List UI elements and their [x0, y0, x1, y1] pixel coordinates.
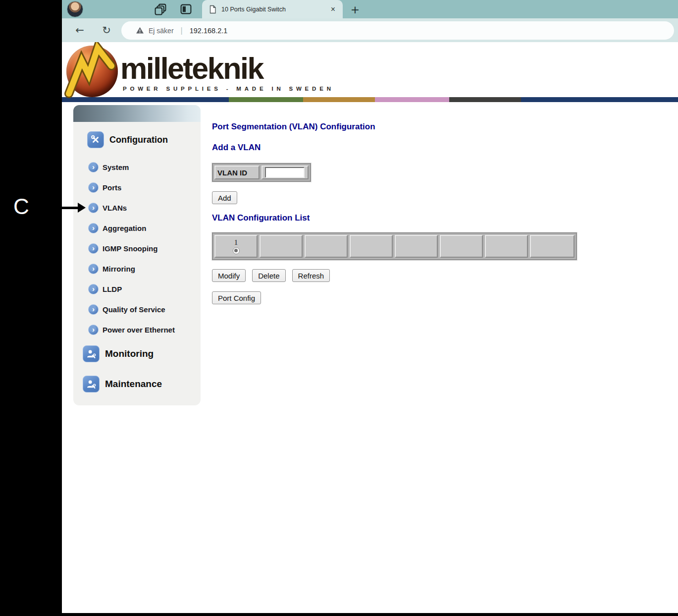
stripe-segment	[229, 97, 303, 102]
browser-tab[interactable]: 10 Ports Gigabit Switch ×	[202, 0, 343, 18]
chevron-right-icon: ›	[88, 264, 99, 274]
vlan-list-empty-cell	[395, 235, 438, 258]
sidebar-section-maintenance[interactable]: Maintenance	[83, 376, 162, 392]
annotation-black-band	[0, 0, 62, 616]
sidebar-item-label: Mirroring	[103, 265, 135, 273]
url-text[interactable]: 192.168.2.1	[190, 27, 228, 35]
chevron-right-icon: ›	[88, 162, 99, 172]
new-tab-icon[interactable]: +	[348, 2, 362, 16]
sidebar-section-label: Monitoring	[105, 348, 154, 359]
tab-close-icon[interactable]: ×	[329, 5, 337, 14]
delete-button[interactable]: Delete	[252, 269, 285, 282]
sidebar-item-mirroring[interactable]: › Mirroring	[88, 263, 135, 274]
reload-icon[interactable]: ↻	[100, 23, 113, 37]
stripe-segment	[521, 97, 678, 102]
sidebar-nav: Configuration › System › Ports › VLANs ›…	[73, 105, 201, 405]
address-bar[interactable]: Ej säker | 192.168.2.1	[121, 21, 674, 40]
chevron-right-icon: ›	[88, 243, 99, 254]
sidebar-item-label: LLDP	[103, 285, 122, 293]
site-header: milleteknik POWER SUPPLIES - MADE IN SWE…	[62, 42, 678, 97]
split-window-icon[interactable]	[179, 2, 193, 16]
vlan-id-input[interactable]	[265, 167, 305, 178]
stripe-segment	[303, 97, 375, 102]
chevron-right-icon: ›	[88, 203, 99, 213]
page-title: Port Segmentation (VLAN) Configuration	[212, 122, 375, 132]
browser-tab-bar: 10 Ports Gigabit Switch × +	[62, 0, 678, 18]
accent-stripe	[62, 97, 678, 102]
omnibox-separator: |	[181, 26, 183, 35]
chevron-right-icon: ›	[88, 325, 99, 335]
sidebar-header-gradient	[73, 105, 201, 122]
sidebar-item-label: Ports	[103, 183, 121, 192]
annotation-arrow	[60, 207, 79, 209]
sidebar-item-label: Aggregation	[103, 224, 146, 232]
screenshot-root: 10 Ports Gigabit Switch × + ← ↻ Ej säker…	[0, 0, 678, 616]
vlan-id-value: 1	[234, 239, 238, 246]
tab-title: 10 Ports Gigabit Switch	[221, 6, 325, 13]
sidebar-item-aggregation[interactable]: › Aggregation	[88, 223, 146, 233]
vlan-id-input-cell	[261, 166, 309, 179]
sidebar-item-label: VLANs	[103, 204, 127, 212]
brand-tagline: POWER SUPPLIES - MADE IN SWEDEN	[123, 86, 334, 92]
sidebar-section-label: Configuration	[109, 135, 168, 145]
sidebar-item-vlans[interactable]: › VLANs	[88, 202, 127, 213]
lightning-bolt-icon	[63, 42, 120, 100]
sidebar-item-label: IGMP Snooping	[103, 244, 157, 253]
sidebar-item-power-over-ethernet[interactable]: › Power over Ethernet	[88, 324, 175, 335]
back-icon[interactable]: ←	[73, 23, 87, 37]
brand-wordmark: milleteknik	[120, 51, 263, 86]
stripe-segment	[449, 97, 521, 102]
sidebar-section-monitoring[interactable]: Monitoring	[83, 345, 154, 362]
vlan-list-empty-cell	[260, 235, 303, 258]
chevron-right-icon: ›	[88, 182, 99, 193]
vlan-list-empty-cell	[305, 235, 348, 258]
annotation-arrow-head	[78, 203, 86, 213]
add-vlan-table: VLAN ID	[212, 163, 311, 182]
sidebar-item-label: System	[103, 163, 129, 171]
vlan-list-empty-cell	[350, 235, 393, 258]
chevron-right-icon: ›	[88, 304, 99, 315]
sidebar-item-igmp-snooping[interactable]: › IGMP Snooping	[88, 243, 157, 254]
tab-favicon-doc-icon	[208, 5, 217, 14]
chevron-right-icon: ›	[88, 284, 99, 294]
security-status-label[interactable]: Ej säker	[149, 27, 174, 35]
sidebar-item-ports[interactable]: › Ports	[88, 182, 121, 193]
vlan-id-label: VLAN ID	[215, 168, 247, 177]
vlan-list-cell[interactable]: 1	[214, 235, 258, 258]
person-wrench-icon	[83, 376, 100, 392]
sidebar-item-label: Power over Ethernet	[103, 326, 175, 334]
browser-toolbar: ← ↻ Ej säker | 192.168.2.1	[62, 18, 678, 42]
sidebar-item-system[interactable]: › System	[88, 162, 129, 172]
port-config-button[interactable]: Port Config	[212, 291, 261, 304]
add-vlan-heading: Add a VLAN	[212, 143, 261, 153]
vlan-list-heading: VLAN Configuration List	[212, 213, 310, 223]
chevron-right-icon: ›	[88, 223, 99, 233]
annotation-callout-label: C	[13, 194, 29, 219]
sidebar-item-quality-of-service[interactable]: › Quality of Service	[88, 304, 165, 315]
refresh-button[interactable]: Refresh	[292, 269, 330, 282]
annotation-black-strip	[0, 613, 678, 616]
add-button[interactable]: Add	[212, 191, 237, 204]
vlan-select-radio[interactable]	[233, 247, 240, 254]
person-wrench-icon	[83, 345, 100, 362]
stripe-segment	[375, 97, 449, 102]
modify-button[interactable]: Modify	[212, 269, 246, 282]
vlan-list-table: 1	[212, 232, 577, 260]
sidebar-item-label: Quality of Service	[103, 305, 165, 314]
tools-icon	[87, 131, 104, 148]
sidebar-section-label: Maintenance	[105, 379, 162, 390]
sidebar-item-lldp[interactable]: › LLDP	[88, 283, 122, 294]
vlan-list-empty-cell	[485, 235, 528, 258]
not-secure-warning-icon	[136, 26, 144, 35]
sidebar-section-configuration[interactable]: Configuration	[87, 131, 168, 148]
workspaces-icon[interactable]	[154, 2, 167, 16]
vlan-id-label-cell: VLAN ID	[214, 166, 260, 179]
vlan-list-empty-cell	[530, 235, 574, 258]
profile-avatar[interactable]	[67, 1, 83, 17]
vlan-list-empty-cell	[440, 235, 483, 258]
